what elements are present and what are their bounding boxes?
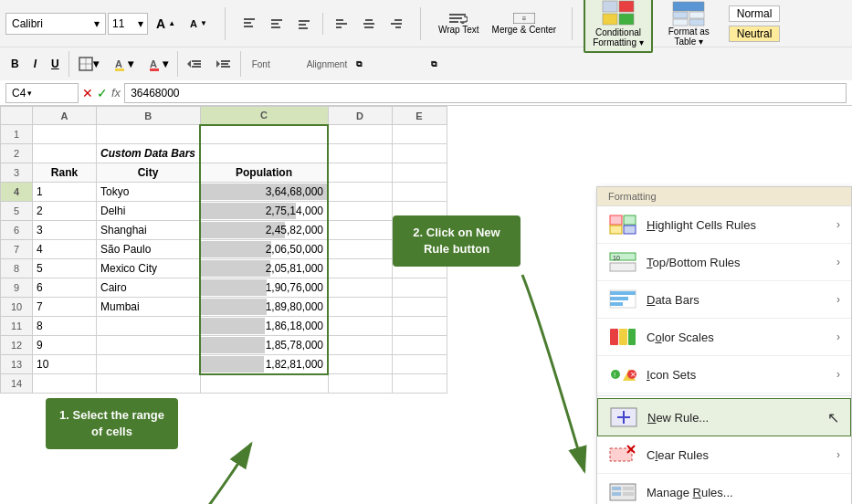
col-header-a[interactable]: A: [33, 107, 97, 125]
font-name-dropdown-icon[interactable]: ▾: [94, 17, 100, 30]
cell-d7[interactable]: [328, 240, 392, 259]
cell-c12[interactable]: 1,85,78,000: [200, 336, 328, 355]
cell-d6[interactable]: [328, 221, 392, 240]
cell-a3[interactable]: Rank: [33, 163, 97, 183]
cell-a1[interactable]: [33, 125, 97, 144]
cell-a7[interactable]: 4: [33, 240, 97, 259]
cell-c8[interactable]: 2,05,81,000: [200, 259, 328, 278]
cell-a14[interactable]: [33, 374, 97, 394]
align-middle-button[interactable]: [264, 14, 289, 34]
cell-c3[interactable]: Population: [200, 163, 328, 183]
cell-e1[interactable]: [392, 125, 447, 144]
new-rule-item[interactable]: New Rule... ↖: [597, 398, 851, 436]
name-box[interactable]: C4 ▾: [5, 83, 79, 103]
underline-button[interactable]: U: [46, 53, 65, 75]
cell-a13[interactable]: 10: [33, 355, 97, 374]
cell-c6[interactable]: 2,45,82,000: [200, 221, 328, 240]
alignment-dialog-launcher[interactable]: ⧉: [426, 53, 442, 75]
cell-c7[interactable]: 2,06,50,000: [200, 240, 328, 259]
font-dialog-launcher[interactable]: ⧉: [351, 53, 367, 75]
cell-b1[interactable]: [97, 125, 201, 144]
cell-b2-title[interactable]: Custom Data Bars: [97, 144, 201, 163]
icon-sets-item[interactable]: ! ✕ Icon Sets ›: [597, 356, 851, 394]
cell-c1[interactable]: [200, 125, 328, 144]
cell-c10[interactable]: 1,89,80,000: [200, 298, 328, 317]
cell-b5[interactable]: Delhi: [97, 202, 201, 221]
cell-a10[interactable]: 7: [33, 298, 97, 317]
cell-d10[interactable]: [328, 298, 392, 317]
cell-b7[interactable]: São Paulo: [97, 240, 201, 259]
cell-a4[interactable]: 1: [33, 183, 97, 202]
cell-d14[interactable]: [328, 374, 392, 394]
decrease-indent-button[interactable]: [182, 53, 207, 75]
confirm-formula-icon[interactable]: ✓: [97, 86, 108, 100]
insert-function-icon[interactable]: fx: [111, 86, 121, 100]
cell-c9[interactable]: 1,90,76,000: [200, 278, 328, 298]
col-header-b[interactable]: B: [97, 107, 201, 125]
cell-e13[interactable]: [392, 355, 447, 374]
cell-e11[interactable]: [392, 317, 447, 336]
cell-d8[interactable]: [328, 259, 392, 278]
cell-b13[interactable]: [97, 355, 201, 374]
cell-c11[interactable]: 1,86,18,000: [200, 317, 328, 336]
cell-d11[interactable]: [328, 317, 392, 336]
cell-d5[interactable]: [328, 202, 392, 221]
cell-d1[interactable]: [328, 125, 392, 144]
cell-a6[interactable]: 3: [33, 221, 97, 240]
cell-a12[interactable]: 9: [33, 336, 97, 355]
clear-rules-item[interactable]: Clear Rules ›: [597, 436, 851, 474]
manage-rules-item[interactable]: Manage Rules...: [597, 474, 851, 504]
cell-a11[interactable]: 8: [33, 317, 97, 336]
cell-e9[interactable]: [392, 278, 447, 298]
cell-a5[interactable]: 2: [33, 202, 97, 221]
cell-c13[interactable]: 1,82,81,000: [200, 355, 328, 374]
highlight-cells-rules-item[interactable]: Highlight Cells Rules ›: [597, 206, 851, 244]
cell-d4[interactable]: [328, 183, 392, 202]
cell-d3[interactable]: [328, 163, 392, 183]
cell-e14[interactable]: [392, 374, 447, 394]
wrap-text-button[interactable]: Wrap Text: [432, 10, 486, 37]
cell-e10[interactable]: [392, 298, 447, 317]
cell-c14[interactable]: [200, 374, 328, 394]
merge-center-button[interactable]: ≡ Merge & Center: [488, 10, 562, 37]
font-size-box[interactable]: 11 ▾: [108, 13, 148, 35]
cell-b9[interactable]: Cairo: [97, 278, 201, 298]
cell-b12[interactable]: [97, 336, 201, 355]
cell-c5[interactable]: 2,75,14,000: [200, 202, 328, 221]
align-right-button[interactable]: [384, 14, 409, 34]
cancel-formula-icon[interactable]: ✕: [82, 86, 93, 100]
cell-b8[interactable]: Mexico City: [97, 259, 201, 278]
cell-e12[interactable]: [392, 336, 447, 355]
normal-style-badge[interactable]: Normal: [729, 5, 781, 22]
shrink-font-button[interactable]: A▼: [184, 15, 214, 33]
font-name-box[interactable]: Calibri ▾: [5, 13, 106, 35]
data-bars-item[interactable]: Data Bars ›: [597, 281, 851, 319]
grow-font-button[interactable]: A▲: [150, 13, 182, 35]
top-bottom-rules-item[interactable]: 10 Top/Bottom Rules ›: [597, 244, 851, 281]
col-header-e[interactable]: E: [392, 107, 447, 125]
conditional-formatting-button[interactable]: Conditional Formatting ▾: [584, 0, 653, 53]
cell-b6[interactable]: Shanghai: [97, 221, 201, 240]
cell-c2[interactable]: [200, 144, 328, 163]
cell-a8[interactable]: 5: [33, 259, 97, 278]
border-button[interactable]: ▾: [73, 53, 104, 75]
col-header-d[interactable]: D: [328, 107, 392, 125]
color-scales-item[interactable]: Color Scales ›: [597, 319, 851, 356]
align-center-button[interactable]: [356, 14, 382, 34]
increase-indent-button[interactable]: [211, 53, 237, 75]
cell-b14[interactable]: [97, 374, 201, 394]
align-top-button[interactable]: [237, 14, 262, 34]
neutral-style-badge[interactable]: Neutral: [729, 26, 781, 42]
cell-d13[interactable]: [328, 355, 392, 374]
cell-a9[interactable]: 6: [33, 278, 97, 298]
cell-d2[interactable]: [328, 144, 392, 163]
col-header-c[interactable]: C: [200, 107, 328, 125]
bold-button[interactable]: B: [5, 53, 25, 75]
cell-b10[interactable]: Mumbai: [97, 298, 201, 317]
align-left-button[interactable]: [329, 14, 354, 34]
italic-button[interactable]: I: [28, 53, 42, 75]
font-color-button[interactable]: A ▾: [142, 53, 174, 75]
cell-b11[interactable]: [97, 317, 201, 336]
cell-a2[interactable]: [33, 144, 97, 163]
cell-d12[interactable]: [328, 336, 392, 355]
